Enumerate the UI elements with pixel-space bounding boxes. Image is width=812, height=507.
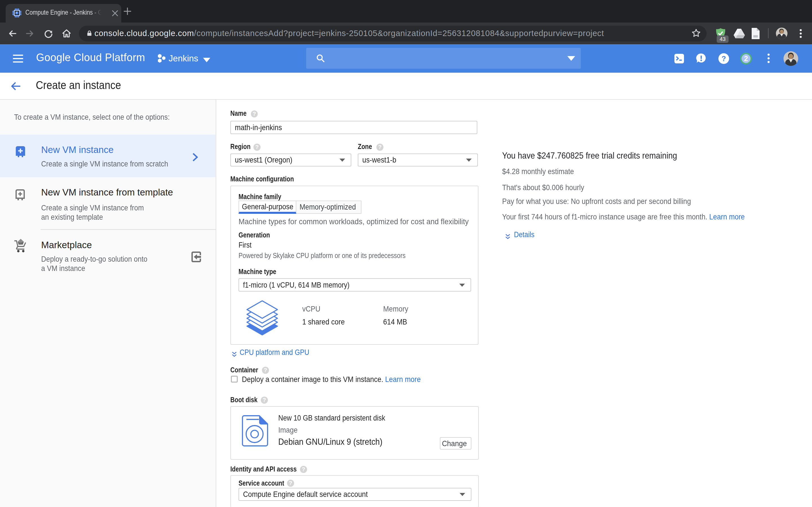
svg-text:?: ? [721,54,726,63]
